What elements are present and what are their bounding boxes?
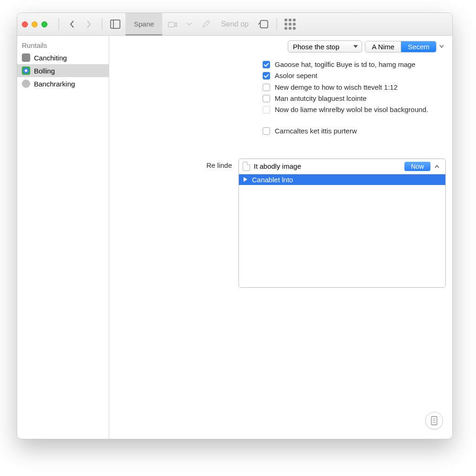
- option-extra[interactable]: Carncaltes ket ittis purterw: [263, 126, 446, 136]
- globe-icon: [22, 79, 30, 88]
- list-item-label: Canablet lnto: [252, 176, 293, 184]
- nav-forward-button[interactable]: [82, 18, 95, 31]
- panel-icon[interactable]: [109, 18, 122, 31]
- options-group: Gaoose hat, togilfic Buye is td to, hamg…: [116, 56, 446, 140]
- panel-title: It abodly image: [254, 162, 401, 170]
- option-label: Now do liame wlnrelby wolol be visol bac…: [275, 105, 428, 114]
- dropdown-value: Phose the stop: [293, 43, 339, 51]
- option-5[interactable]: Now do liame wlnrelby wolol be visol bac…: [263, 105, 446, 114]
- checkbox-icon: [263, 84, 270, 91]
- panel-header: It abodly image Now: [239, 159, 445, 174]
- checkbox-icon: [263, 127, 270, 135]
- option-label: Man antutcity blaguest lcointe: [275, 94, 367, 103]
- option-1[interactable]: Gaoose hat, togilfic Buye is td to, hamg…: [263, 60, 446, 69]
- tab-label: Spane: [134, 20, 154, 28]
- sidebar-item-label: Banchrarking: [34, 80, 75, 88]
- nav-back-button[interactable]: [66, 18, 79, 31]
- separator: [59, 18, 59, 30]
- view-segmented-control: A Nime Secem: [365, 41, 436, 53]
- option-label: Carncaltes ket ittis purterw: [275, 126, 357, 136]
- sidebar-item-bolling[interactable]: Bolling: [17, 64, 109, 77]
- form-label: Re linde: [116, 159, 232, 169]
- edit-icon: [199, 18, 212, 31]
- option-label: Asolor sepent: [275, 71, 317, 80]
- linde-panel: It abodly image Now Canablet lnto: [238, 159, 446, 288]
- content-area: Phose the stop A Nime Secem Gaoose hat, …: [109, 36, 452, 439]
- phose-dropdown[interactable]: Phose the stop: [288, 40, 362, 53]
- tab-spane[interactable]: Spane: [126, 13, 162, 35]
- sidebar-item-label: Bolling: [34, 67, 55, 75]
- send-label: Send op: [221, 20, 249, 28]
- separator: [277, 18, 277, 30]
- preferences-window: Spane Send op Runtails Canchiting: [17, 13, 453, 439]
- document-icon: [243, 162, 250, 171]
- toolbar: Spane Send op: [17, 13, 452, 36]
- sidebar: Runtails Canchiting Bolling Banchrarking: [17, 36, 109, 439]
- chevron-down-icon: [183, 18, 196, 31]
- now-badge[interactable]: Now: [404, 162, 430, 171]
- chrome-icon: [22, 66, 30, 75]
- close-window-button[interactable]: [22, 21, 28, 27]
- sidebar-item-label: Canchiting: [34, 54, 67, 62]
- disclosure-triangle-icon: [244, 177, 247, 182]
- option-4[interactable]: Man antutcity blaguest lcointe: [263, 94, 446, 103]
- checkbox-icon: [263, 72, 270, 79]
- zoom-window-button[interactable]: [41, 21, 47, 27]
- re-linde-row: Re linde It abodly image Now Canablet: [116, 159, 446, 288]
- option-label: New demge to how to wisch ttevelt 1:12: [275, 83, 397, 92]
- minimize-window-button[interactable]: [32, 21, 38, 27]
- camera-icon: [166, 18, 179, 31]
- window-body: Runtails Canchiting Bolling Banchrarking…: [17, 36, 452, 439]
- refresh-icon[interactable]: [257, 18, 270, 31]
- app-icon: [22, 53, 30, 62]
- apps-grid-icon[interactable]: [284, 18, 297, 31]
- option-2[interactable]: Asolor sepent: [263, 71, 446, 80]
- collapse-icon[interactable]: [434, 164, 442, 169]
- svg-rect-2: [168, 22, 175, 27]
- seg-secem[interactable]: Secem: [401, 41, 436, 52]
- sidebar-item-banchrarking[interactable]: Banchrarking: [17, 77, 109, 90]
- option-3[interactable]: New demge to how to wisch ttevelt 1:12: [263, 83, 446, 92]
- option-label: Gaoose hat, togilfic Buye is td to, hamg…: [275, 60, 416, 69]
- top-controls: Phose the stop A Nime Secem: [116, 40, 446, 53]
- separator: [102, 18, 102, 30]
- panel-list[interactable]: Canablet lnto: [239, 174, 445, 287]
- checkbox-icon: [263, 106, 270, 113]
- checkbox-icon: [263, 61, 270, 68]
- sidebar-header: Runtails: [17, 40, 109, 51]
- inspector-button[interactable]: [425, 412, 443, 430]
- seg-a-nime[interactable]: A Nime: [365, 41, 401, 52]
- overflow-menu-icon[interactable]: [439, 45, 446, 48]
- window-controls: [22, 21, 47, 27]
- svg-rect-3: [260, 20, 268, 28]
- svg-rect-0: [111, 20, 120, 28]
- list-item[interactable]: Canablet lnto: [239, 174, 445, 185]
- sidebar-item-canchiting[interactable]: Canchiting: [17, 51, 109, 64]
- checkbox-icon: [263, 95, 270, 102]
